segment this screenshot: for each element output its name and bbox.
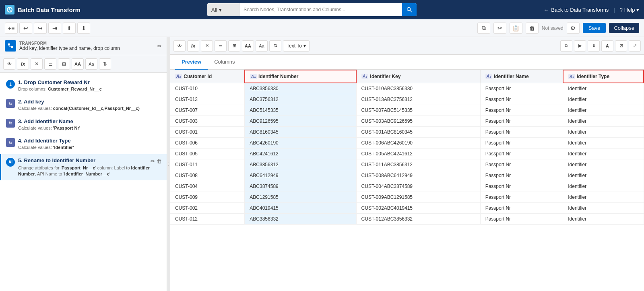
toggle-view-button[interactable]: 👁 <box>3 58 15 70</box>
upper-btn-right[interactable]: AA <box>242 40 254 52</box>
add-button[interactable]: +≡ <box>5 23 18 34</box>
cell-identifier-name: Passport Nr <box>480 149 563 159</box>
col-header-identifier-type[interactable]: Aₐ Identifier Type <box>563 70 644 83</box>
cell-identifier-key: CUST-008ABC6412949 <box>356 170 480 181</box>
redo-button[interactable]: ↪ <box>34 23 47 34</box>
lower-btn-right[interactable]: Aa <box>256 40 268 52</box>
eye-icon: 👁 <box>7 62 12 66</box>
expand-right-btn[interactable]: ⤢ <box>629 40 641 52</box>
cell-identifier-name: Passport Nr <box>480 116 563 127</box>
step-item-3[interactable]: fx 3. Add Identifier Name Calculate valu… <box>0 115 167 134</box>
step-item-4[interactable]: fx 4. Add Identifier Type Calculate valu… <box>0 134 167 154</box>
search-area: All ▾ <box>84 3 540 16</box>
search-bar[interactable]: All ▾ <box>207 3 417 16</box>
step-item-2[interactable]: fx 2. Add key Calculate values: concat(C… <box>0 95 167 115</box>
search-filter-dropdown[interactable]: All ▾ <box>207 3 239 16</box>
paste-icon: 📋 <box>512 25 519 31</box>
help-chevron-icon: ▾ <box>636 7 639 13</box>
cell-identifier-key: CUST-003ABC9126595 <box>356 116 480 127</box>
cell-identifier-type: Identifier <box>563 170 644 181</box>
step-1-badge: 1 <box>6 80 15 89</box>
panel-divider[interactable]: ⋮ <box>167 37 170 291</box>
step-5-desc-bold3: Identifier_Number__c <box>64 171 109 176</box>
step-item-5[interactable]: AI 5. Rename to Identifier Number ✏ 🗑 Ch… <box>0 154 167 181</box>
settings-button[interactable]: ⚙ <box>567 23 580 34</box>
cell-identifier-type: Identifier <box>563 214 644 225</box>
cross-icon: ✕ <box>205 43 209 48</box>
col-label-2: Identifier Key <box>370 74 400 79</box>
col-header-identifier-number[interactable]: Aₐ Identifier Number <box>245 70 356 83</box>
cell-customer-id: CUST-008 <box>170 170 245 181</box>
cell-identifier-type: Identifier <box>563 83 644 94</box>
formula-button[interactable]: fx <box>17 58 29 70</box>
table-row: CUST-004 ABC3874589 CUST-004ABC3874589 P… <box>170 181 644 192</box>
delete-button[interactable]: 🗑 <box>526 23 539 34</box>
undo-icon: ↩ <box>23 25 28 31</box>
col-header-identifier-name[interactable]: Aₐ Identifier Name <box>480 70 563 83</box>
step-item-1[interactable]: 1 1. Drop Customer Reward Nr Drop column… <box>0 76 167 95</box>
step-2-badge: fx <box>6 99 15 108</box>
copy-button[interactable]: ⧉ <box>477 23 490 34</box>
step-1-title: 1. Drop Customer Reward Nr <box>18 79 162 85</box>
copy-btn-right[interactable]: ⧉ <box>560 40 572 52</box>
help-button[interactable]: ? Help ▾ <box>620 7 639 13</box>
step-5-desc-bold1: Passport_Nr__c <box>62 165 95 170</box>
edit-icon[interactable]: ✏ <box>157 43 162 49</box>
col-header-customer-id[interactable]: Aₐ Customer Id <box>170 70 245 83</box>
merge-icon: ⊞ <box>62 61 66 67</box>
tab-columns[interactable]: Columns <box>208 55 241 70</box>
merge-button[interactable]: ⊞ <box>58 58 70 70</box>
step-4-desc-bold: 'Identifier' <box>53 145 74 150</box>
download-btn-right[interactable]: ⬇ <box>588 40 600 52</box>
step-1-desc-bold: Customer_Reward_Nr__c <box>48 87 102 91</box>
split-button[interactable]: ⚌ <box>44 58 56 70</box>
save-button[interactable]: Save <box>583 23 606 33</box>
cut-button[interactable]: ✂ <box>493 23 506 34</box>
eye-button[interactable]: 👁 <box>173 40 186 52</box>
step-3-desc: Calculate values: 'Passport Nr' <box>18 125 162 131</box>
step-5-actions: ✏ 🗑 <box>151 158 162 164</box>
svg-rect-4 <box>11 46 13 48</box>
columns-btn[interactable]: ⚌ <box>215 40 227 52</box>
cell-identifier-name: Passport Nr <box>480 159 563 170</box>
grid-btn[interactable]: ⊞ <box>228 40 240 52</box>
paste-button[interactable]: 📋 <box>510 23 522 34</box>
cell-identifier-number: ABC3756312 <box>245 94 356 105</box>
cell-identifier-name: Passport Nr <box>480 170 563 181</box>
cell-identifier-type: Identifier <box>563 149 644 159</box>
upload-button[interactable]: ⬆ <box>63 23 76 34</box>
clear-btn[interactable]: ⊠ <box>615 40 627 52</box>
lowercase-button[interactable]: Aa <box>85 58 97 70</box>
text-to-button[interactable]: Text To ▾ <box>283 40 310 52</box>
text-to-chevron: ▾ <box>303 43 306 49</box>
tab-preview[interactable]: Preview <box>175 55 208 70</box>
undo-button[interactable]: ↩ <box>19 23 32 34</box>
download-button[interactable]: ⬇ <box>77 23 90 34</box>
collapse-button[interactable]: Collapse <box>609 23 639 33</box>
sort-icon-right: ⇅ <box>274 43 277 48</box>
formula-btn-right[interactable]: fx <box>187 40 199 52</box>
uppercase-button[interactable]: AA <box>72 58 84 70</box>
col-header-identifier-key[interactable]: Aₐ Identifier Key <box>356 70 480 83</box>
search-input[interactable] <box>239 7 402 12</box>
step-5-edit-button[interactable]: ✏ <box>151 158 155 164</box>
sort-button[interactable]: ⇅ <box>99 58 111 70</box>
transform-icon <box>5 40 16 52</box>
sort-btn-right[interactable]: ⇅ <box>269 40 281 52</box>
step-5-delete-button[interactable]: 🗑 <box>157 158 162 164</box>
table-row: CUST-009 ABC1291585 CUST-009ABC1291585 P… <box>170 192 644 203</box>
close-formula-button[interactable]: ✕ <box>31 58 43 70</box>
back-button[interactable]: ← Back to Data Transforms <box>543 7 609 13</box>
app-title: Batch Data Transform <box>18 6 80 13</box>
col-label-1: Identifier Number <box>258 74 298 79</box>
branch-icon: ⇥ <box>52 25 57 31</box>
cell-identifier-name: Passport Nr <box>480 94 563 105</box>
split-icon: ⚌ <box>48 61 53 67</box>
cell-customer-id: CUST-006 <box>170 138 245 149</box>
branch-button[interactable]: ⇥ <box>48 23 61 34</box>
search-submit-button[interactable] <box>402 3 417 16</box>
text-align-btn[interactable]: A <box>601 40 613 52</box>
cell-identifier-name: Passport Nr <box>480 105 563 116</box>
cross-btn[interactable]: ✕ <box>201 40 213 52</box>
preview-btn[interactable]: ▶ <box>574 40 586 52</box>
